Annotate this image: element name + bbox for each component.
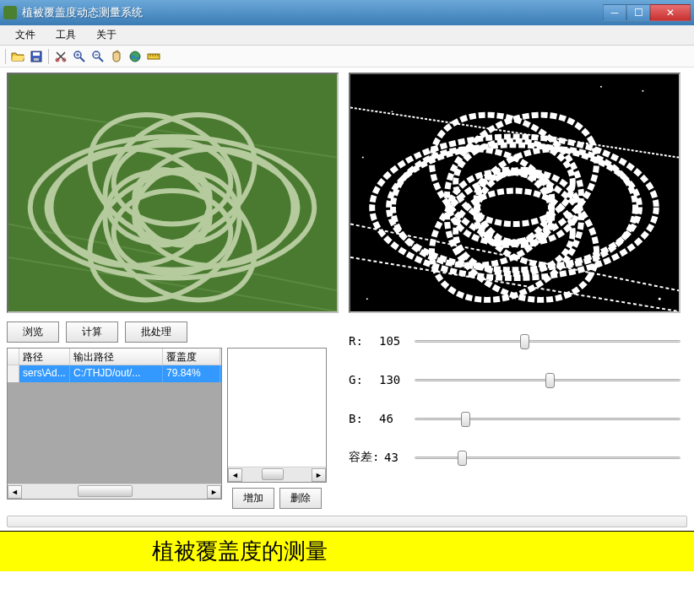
globe-button[interactable]: [127, 48, 144, 65]
slider-r-label: R:: [349, 334, 379, 348]
window-title: 植被覆盖度动态测量系统: [22, 5, 603, 20]
col-outpath[interactable]: 输出路径: [70, 349, 163, 365]
slider-g-thumb[interactable]: [545, 373, 555, 388]
zoom-out-button[interactable]: [89, 48, 106, 65]
slider-g: G: 130: [349, 364, 680, 396]
slider-g-value: 130: [379, 373, 409, 386]
scissors-icon: [54, 50, 68, 63]
svg-rect-1: [33, 52, 40, 56]
status-bar: [7, 516, 687, 527]
slider-tol-label: 容差:: [349, 450, 384, 465]
table-row[interactable]: sers\Ad... C:/THJD/out/... 79.84%: [8, 365, 221, 382]
slider-r-thumb[interactable]: [520, 334, 529, 349]
preview-panel: ◄ ►: [227, 348, 327, 483]
slider-r-value: 105: [379, 334, 409, 348]
table-header: 路径 输出路径 覆盖度: [8, 349, 221, 365]
batch-button[interactable]: 批处理: [125, 322, 187, 343]
preview-hscrollbar[interactable]: ◄ ►: [228, 467, 326, 482]
slider-b-track[interactable]: [415, 410, 680, 427]
cell-outpath: C:/THJD/out/...: [70, 365, 163, 382]
processed-image-panel[interactable]: [349, 73, 680, 313]
folder-open-icon: [11, 50, 24, 63]
slider-b-thumb[interactable]: [461, 412, 470, 427]
svg-point-55: [362, 157, 364, 159]
minimize-button[interactable]: ─: [603, 4, 626, 21]
slider-r: R: 105: [349, 325, 680, 357]
table-preview-row: 路径 输出路径 覆盖度 sers\Ad... C:/THJD/out/... 7…: [7, 348, 339, 509]
slider-g-label: G:: [349, 373, 379, 386]
window-controls: ─ ☐ ✕: [603, 4, 691, 21]
delete-button[interactable]: 删除: [279, 488, 322, 509]
scroll-thumb[interactable]: [262, 468, 284, 480]
zoom-out-icon: [91, 50, 105, 63]
menu-tool[interactable]: 工具: [46, 25, 86, 45]
slider-b-value: 46: [379, 412, 409, 425]
toolbar-separator: [5, 49, 6, 64]
pan-button[interactable]: [108, 48, 125, 65]
menu-bar: 文件 工具 关于: [0, 25, 694, 46]
slider-tol-thumb[interactable]: [458, 451, 467, 466]
cell-coverage: 79.84%: [163, 365, 220, 382]
table-hscrollbar[interactable]: ◄ ►: [8, 484, 221, 499]
hand-icon: [110, 50, 123, 63]
browse-button[interactable]: 浏览: [7, 322, 59, 343]
col-path[interactable]: 路径: [19, 349, 70, 365]
open-button[interactable]: [9, 48, 26, 65]
results-table[interactable]: 路径 输出路径 覆盖度 sers\Ad... C:/THJD/out/... 7…: [7, 348, 222, 500]
slider-g-track[interactable]: [415, 371, 680, 388]
left-controls: 浏览 计算 批处理 路径 输出路径 覆盖度 sers\Ad... C:/THJD…: [7, 322, 339, 509]
scroll-thumb[interactable]: [78, 485, 133, 497]
page-caption: 植被覆盖度的测量: [0, 531, 694, 571]
image-preview-area: [0, 68, 694, 316]
scroll-right-icon[interactable]: ►: [207, 485, 221, 499]
zoom-in-button[interactable]: [71, 48, 88, 65]
app-icon: [3, 6, 17, 19]
row-handle-header: [8, 349, 19, 365]
scroll-right-icon[interactable]: ►: [312, 468, 326, 482]
slider-b: B: 46: [349, 403, 680, 435]
original-image-panel[interactable]: [7, 73, 339, 313]
svg-line-10: [99, 57, 103, 62]
menu-about[interactable]: 关于: [86, 25, 127, 45]
window-titlebar: 植被覆盖度动态测量系统 ─ ☐ ✕: [0, 0, 694, 25]
add-button[interactable]: 增加: [232, 488, 274, 509]
controls-area: 浏览 计算 批处理 路径 输出路径 覆盖度 sers\Ad... C:/THJD…: [0, 316, 694, 514]
toolbar: [0, 46, 694, 68]
cell-path: sers\Ad...: [19, 365, 70, 382]
close-button[interactable]: ✕: [650, 4, 691, 21]
slider-panel: R: 105 G: 130 B: 46 容差: 43: [349, 322, 680, 509]
preview-buttons: 增加 删除: [227, 488, 327, 509]
slider-tolerance: 容差: 43: [349, 441, 680, 473]
scroll-left-icon[interactable]: ◄: [228, 468, 242, 482]
slider-r-track[interactable]: [415, 332, 680, 349]
row-handle: [8, 365, 19, 382]
svg-point-50: [366, 298, 368, 300]
scroll-track[interactable]: [22, 485, 207, 499]
scroll-left-icon[interactable]: ◄: [8, 485, 22, 499]
globe-icon: [128, 50, 142, 63]
svg-point-51: [392, 111, 393, 112]
svg-line-6: [80, 57, 84, 62]
toolbar-separator: [48, 49, 49, 64]
svg-point-53: [659, 298, 661, 300]
zoom-in-icon: [73, 50, 86, 63]
cut-button[interactable]: [52, 48, 69, 65]
slider-b-label: B:: [349, 412, 379, 425]
calculate-button[interactable]: 计算: [66, 322, 118, 343]
save-button[interactable]: [28, 48, 45, 65]
menu-file[interactable]: 文件: [5, 25, 46, 45]
scroll-track[interactable]: [242, 468, 312, 482]
svg-point-52: [642, 90, 643, 92]
maximize-button[interactable]: ☐: [626, 4, 650, 21]
svg-point-54: [600, 86, 602, 88]
table-body: sers\Ad... C:/THJD/out/... 79.84%: [8, 365, 221, 484]
ruler-icon: [147, 50, 160, 63]
measure-button[interactable]: [145, 48, 162, 65]
col-coverage[interactable]: 覆盖度: [163, 349, 220, 365]
svg-rect-2: [34, 58, 39, 61]
slider-tol-track[interactable]: [415, 449, 680, 466]
action-buttons: 浏览 计算 批处理: [7, 322, 339, 343]
slider-tol-value: 43: [384, 451, 409, 464]
floppy-disk-icon: [30, 50, 43, 63]
preview-column: ◄ ► 增加 删除: [227, 348, 327, 509]
